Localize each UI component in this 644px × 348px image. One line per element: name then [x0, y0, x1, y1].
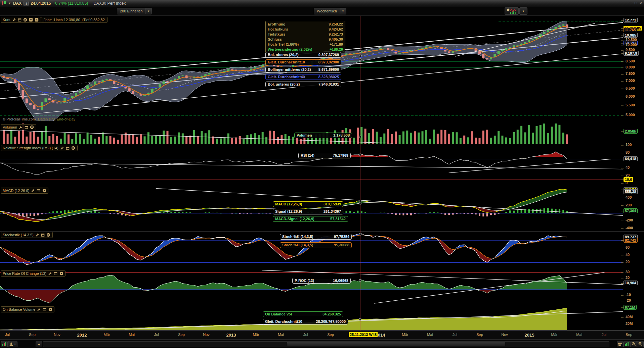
date-range-button[interactable] [617, 341, 624, 347]
close-icon[interactable] [71, 146, 76, 150]
window-icon[interactable] [41, 233, 45, 237]
window-icon[interactable] [53, 271, 58, 276]
wrench-icon[interactable] [12, 18, 16, 22]
add-indicator-button[interactable] [505, 7, 519, 15]
obv-value-label[interactable]: On Balance Vol34.260.325 [263, 311, 343, 317]
symbol-dropdown-caret[interactable]: ▼ [8, 2, 11, 5]
macd-axis-label[interactable]: 57,364 [624, 208, 638, 213]
maximize-icon[interactable]: □ [635, 1, 637, 5]
macd-histogram-value-label[interactable]: MACD-Signal (12,26,9)57,81542 [273, 216, 348, 222]
close-icon[interactable] [23, 18, 28, 22]
rsi-axis-label[interactable]: 64,418 [624, 156, 638, 161]
wrench-icon[interactable] [37, 307, 41, 312]
zoom-in-button[interactable] [637, 341, 644, 347]
kurs-axis-label: 6.000 [626, 94, 635, 98]
time-axis[interactable]: 25.11.2013 W48 JulSepNov2012MärMaiJulSep… [0, 331, 644, 339]
stoch-k-label[interactable]: Stoch %K (14,3,5)97,75354 [280, 234, 352, 240]
quote-change: +0,74% (11.810,85) [53, 1, 88, 6]
time-axis-month-label: Sep [23, 333, 42, 337]
window-icon[interactable] [66, 146, 70, 150]
rsi-axis-label: 40 [626, 165, 630, 169]
kurs-axis-label[interactable]: 9.197,9 [624, 51, 639, 56]
info-icon[interactable]: i [24, 1, 29, 6]
stoch-axis-label[interactable]: 82,742 [624, 238, 638, 243]
bollinger-middle-label[interactable]: Bollinger mittleres (20,2)8.671,69600 [265, 67, 341, 72]
macd-axis-label[interactable]: 555,38 [624, 189, 638, 194]
rsi-axis-label: 0 [626, 181, 628, 185]
chart-scrollbar[interactable] [43, 341, 609, 347]
close-icon[interactable] [42, 189, 46, 193]
volume-value-label[interactable]: Volumen1.178.508 [294, 133, 352, 138]
ma10-label[interactable]: Gleit. Durchschnitt108.973,92900 [265, 59, 341, 65]
wrench-icon[interactable] [18, 125, 23, 130]
close-icon[interactable] [59, 271, 63, 276]
proc-axis-label: -10 [626, 293, 631, 297]
ma40-label[interactable]: Gleit. Durchschnitt408.328,98025 [265, 74, 341, 80]
stoch-axis-label: 40 [626, 253, 630, 257]
obv-ma-value-label[interactable]: Gleit. Durchschnitt1028.305.767,80000 [263, 319, 348, 325]
panel-header-proc: Price Rate Of Change (13) [1, 270, 66, 277]
time-axis-month-label: Mär [247, 333, 265, 337]
zoom-out-button[interactable] [630, 341, 637, 347]
timeframe-dropdown[interactable]: Wöchentlich ▼ [314, 8, 346, 14]
close-icon[interactable]: ✕ [640, 1, 643, 5]
window-controls: ─ □ ✕ [629, 1, 643, 5]
kurs-axis-label[interactable]: 11.765 [624, 28, 637, 32]
macd-value-label[interactable]: MACD (12,26,9)319,15939 [273, 201, 343, 207]
close-icon[interactable] [48, 307, 52, 312]
kurs-axis-label[interactable]: 10.985 [624, 33, 638, 38]
kurs-axis-label: 5.000 [626, 113, 635, 117]
chevron-down-icon[interactable]: ▼ [145, 8, 152, 14]
proc-value-label[interactable]: P-ROC (13)16,06968 [292, 278, 351, 284]
symbol-name[interactable]: DAX [13, 1, 22, 6]
macd-axis-label: 200 [626, 203, 632, 207]
auto-scale-button[interactable] [624, 341, 630, 347]
time-axis-month-label: Mai [122, 333, 141, 337]
wrench-icon[interactable] [48, 271, 52, 276]
window-icon[interactable] [17, 18, 22, 22]
wrench-icon[interactable] [60, 146, 64, 150]
obv-axis-label[interactable]: 67,1M [624, 305, 637, 310]
arrow-up-icon[interactable] [35, 18, 39, 22]
chart-options-dropdown[interactable]: ▼ [519, 7, 527, 15]
window-icon[interactable] [36, 189, 41, 193]
user-menu-button[interactable]: ▼ [8, 341, 17, 347]
time-axis-month-label: Sep [470, 333, 489, 337]
wrench-icon[interactable] [35, 233, 39, 237]
kurs-axis-label: 7.000 [626, 79, 635, 83]
rsi-axis-label[interactable]: 10,0 [624, 177, 633, 182]
scrollbar-thumb[interactable] [287, 342, 505, 346]
proc-axis-label[interactable]: 10,904 [624, 281, 638, 285]
wrench-icon[interactable] [31, 189, 35, 193]
minimize-icon[interactable]: ─ [629, 1, 632, 5]
volumen-axis-label[interactable]: 2.058k [624, 129, 638, 134]
arrow-down-icon[interactable] [29, 18, 33, 22]
bollinger-lower-label[interactable]: Bol. unteres (20,2)7.946,01931 [265, 82, 341, 87]
indicator-chart-icon [507, 8, 517, 14]
units-dropdown[interactable]: 200 Einheiten ▼ [117, 8, 152, 14]
close-icon[interactable] [46, 233, 51, 237]
stoch-axis-label: 60 [626, 245, 630, 249]
rsi-axis-label: 80 [626, 150, 630, 154]
zoom-in-icon [638, 342, 643, 346]
trading-platform-window: ▼ DAX i 24.04.2015 +0,74% (11.810,85) DA… [0, 0, 644, 348]
window-icon[interactable] [24, 125, 29, 130]
bottom-bar: ▼ ◀ [0, 339, 644, 348]
window-icon[interactable] [42, 307, 47, 312]
panel-header-macd: MACD (12 26 9) [1, 188, 48, 194]
chevron-down-icon[interactable]: ▼ [340, 8, 346, 14]
time-axis-month-label: Mai [570, 333, 589, 337]
mini-stats-button[interactable] [1, 341, 8, 347]
bollinger-upper-label[interactable]: Bol. oberes (20,2)9.397,37269 [265, 52, 341, 58]
kurs-axis-label[interactable]: 12.771 [624, 18, 638, 22]
rsi-value-label[interactable]: RSI (14)75,17969 [298, 153, 351, 158]
obv-axis-label: 40M [626, 315, 633, 319]
time-axis-month-label: Mai [271, 333, 290, 337]
time-axis-month-label: Mär [545, 333, 564, 337]
scroll-left-button[interactable]: ◀ [36, 341, 42, 347]
close-icon[interactable] [30, 125, 34, 130]
macd-signal-value-label[interactable]: Signal (12,26,9)261,34397 [273, 209, 343, 214]
proc-axis-label: 20 [626, 276, 630, 280]
stoch-d-label[interactable]: Stoch %D (14,3,5)95,30088 [280, 242, 352, 248]
ohlc-info-box[interactable]: Eröffnung9.258,22 Höchstkurs9.424,62 Tie… [265, 21, 345, 53]
